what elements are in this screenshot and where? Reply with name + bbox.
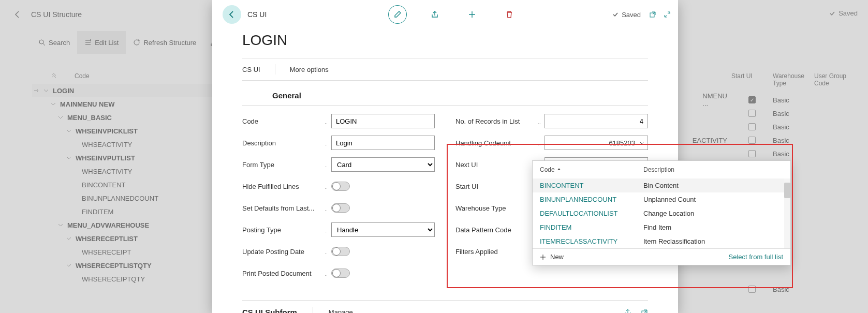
subform-title: CS UI Subform <box>242 308 297 313</box>
dropdown-desc: Unplanned Count <box>643 196 783 203</box>
dropdown-code: BINUNPLANNEDCOUNT <box>540 196 643 203</box>
posting-type-select[interactable]: Handle <box>331 222 435 237</box>
description-label: Description <box>242 139 321 147</box>
code-label: Code <box>242 117 321 125</box>
codeunit-value: 6185203 <box>609 139 635 147</box>
new-button[interactable] <box>463 5 481 24</box>
tab-more-options[interactable]: More options <box>290 66 329 73</box>
description-input[interactable] <box>331 136 435 150</box>
panel-breadcrumb: CS UI <box>247 10 267 19</box>
print-posted-label: Print Posted Document <box>242 270 321 277</box>
dropdown-desc: Find Item <box>643 223 783 231</box>
hide-fulfilled-toggle[interactable] <box>331 182 350 191</box>
dropdown-row[interactable]: DEFAULTLOCATIONLISTChange Location <box>533 206 790 220</box>
records-input[interactable] <box>545 114 648 128</box>
defaults-toggle[interactable] <box>331 203 350 213</box>
dropdown-scrollbar[interactable] <box>784 183 790 198</box>
data-pattern-label: Data Pattern Code <box>455 226 534 234</box>
next-ui-label: Next UI <box>455 161 534 169</box>
page-heading: LOGIN <box>212 29 678 58</box>
subform-manage[interactable]: Manage <box>329 308 353 313</box>
warehouse-type-label: Warehouse Type <box>455 204 534 212</box>
panel-saved-text: Saved <box>622 11 641 19</box>
records-label: No. of Records in List <box>455 117 534 125</box>
start-ui-label: Start UI <box>455 183 534 190</box>
dropdown-code: DEFAULTLOCATIONLIST <box>540 210 643 217</box>
panel-back-button[interactable] <box>223 5 241 24</box>
dropdown-row[interactable]: ITEMRECLASSACTIVITYItem Reclassification <box>533 234 790 248</box>
plus-icon <box>540 254 546 260</box>
section-general: General <box>242 81 648 106</box>
trash-icon <box>505 10 513 19</box>
dropdown-select-full-list[interactable]: Select from full list <box>729 253 783 261</box>
dropdown-code: BINCONTENT <box>540 182 643 189</box>
panel-saved-indicator: Saved <box>612 11 641 19</box>
tab-cs-ui[interactable]: CS UI <box>242 66 260 73</box>
dropdown-desc: Item Reclassification <box>643 237 783 245</box>
detail-panel: CS UI Saved LOGIN CS UI More <box>212 0 678 313</box>
print-posted-toggle[interactable] <box>331 269 350 278</box>
code-input[interactable] <box>331 114 435 128</box>
dropdown-new-button[interactable]: New <box>540 253 564 261</box>
tab-separator <box>275 64 275 74</box>
edit-button[interactable] <box>388 5 407 24</box>
subform-popout-button[interactable] <box>641 309 648 314</box>
hide-fulfilled-label: Hide Fulfilled Lines <box>242 183 321 190</box>
popout-button[interactable] <box>649 11 656 18</box>
dd-col-code[interactable]: Code <box>540 166 643 173</box>
dropdown-row[interactable]: FINDITEMFind Item <box>533 220 790 234</box>
filters-applied-label: Filters Applied <box>455 248 534 256</box>
sort-asc-icon <box>557 168 561 172</box>
expand-button[interactable] <box>664 11 671 18</box>
update-posting-label: Update Posting Date <box>242 248 321 256</box>
dropdown-row[interactable]: BINUNPLANNEDCOUNTUnplanned Count <box>533 192 790 206</box>
form-type-select[interactable]: Card <box>331 157 435 172</box>
dropdown-new-label: New <box>550 253 564 261</box>
popout-icon <box>649 11 656 18</box>
expand-icon <box>664 11 671 18</box>
share-icon <box>624 309 631 314</box>
dropdown-desc: Change Location <box>643 210 783 217</box>
share-icon <box>431 10 439 19</box>
dropdown-code: ITEMRECLASSACTIVITY <box>540 237 643 245</box>
posting-type-label: Posting Type <box>242 226 321 234</box>
pencil-icon <box>393 10 402 19</box>
codeunit-label: Handling Codeunit <box>455 139 534 147</box>
subform-share-button[interactable] <box>624 309 631 314</box>
next-ui-dropdown: Code Description BINCONTENTBin ContentBI… <box>532 160 791 265</box>
dd-col-desc[interactable]: Description <box>643 166 783 173</box>
dropdown-row[interactable]: BINCONTENTBin Content <box>533 178 790 192</box>
popout-icon <box>641 309 648 314</box>
defaults-label: Set Defaults from Last... <box>242 204 321 212</box>
update-posting-toggle[interactable] <box>331 247 350 256</box>
delete-button[interactable] <box>500 5 519 24</box>
form-type-label: Form Type <box>242 161 321 169</box>
chevron-down-icon <box>639 140 644 145</box>
share-button[interactable] <box>425 5 444 24</box>
dropdown-desc: Bin Content <box>643 182 783 189</box>
codeunit-input[interactable]: 6185203 <box>545 136 648 150</box>
plus-icon <box>468 10 476 19</box>
dropdown-code: FINDITEM <box>540 223 643 231</box>
